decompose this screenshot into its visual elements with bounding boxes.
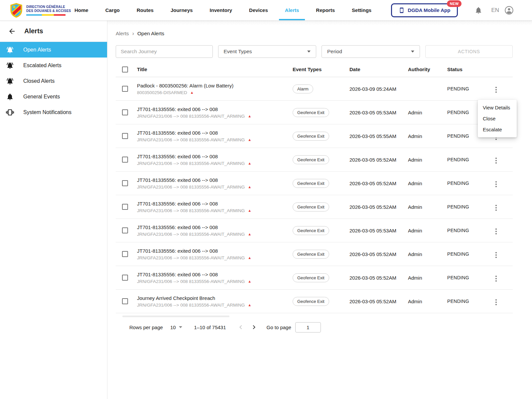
context-menu-item[interactable]: View Details	[478, 102, 517, 113]
account-icon[interactable]	[504, 6, 514, 15]
select-all-checkbox[interactable]	[122, 66, 128, 72]
next-page-button[interactable]	[250, 323, 258, 331]
row-date: 2026-03-05 05:55AM	[346, 133, 404, 139]
table-row[interactable]: Journey Arrived Checkpoint Breach JRN/GF…	[116, 290, 513, 313]
row-menu-button[interactable]	[493, 180, 499, 189]
breadcrumb-separator: ›	[132, 31, 134, 37]
row-checkbox[interactable]	[122, 109, 128, 115]
table-row[interactable]: JT701-81335556: exited 006 --> 008 JRN/G…	[116, 101, 513, 124]
bell-ring-icon	[6, 46, 14, 54]
event-type-chip: Geofence Exit	[293, 226, 329, 235]
row-checkbox[interactable]	[122, 157, 128, 163]
table-row[interactable]: JT701-81335556: exited 006 --> 008 JRN/G…	[116, 148, 513, 172]
row-checkbox[interactable]	[122, 275, 128, 281]
row-menu-button[interactable]	[493, 156, 499, 165]
row-date: 2026-03-05 05:53AM	[346, 228, 404, 233]
horizontal-scrollbar[interactable]	[122, 316, 229, 317]
sidebar-item[interactable]: System Notifications	[0, 104, 107, 120]
search-journey-input[interactable]	[116, 45, 213, 58]
nav-item[interactable]: Home	[68, 0, 94, 20]
row-subtitle-text: JRN/GFA231/006 --> 008 81335556-AWAIT_AR…	[137, 208, 245, 213]
rows-per-page-select[interactable]: 10	[170, 325, 182, 330]
row-checkbox[interactable]	[122, 180, 128, 186]
row-menu-button[interactable]	[493, 227, 499, 236]
context-menu-item[interactable]: Close	[478, 113, 517, 124]
table-row[interactable]: JT701-81335556: exited 006 --> 008 JRN/G…	[116, 266, 513, 290]
warning-triangle-icon: ▲	[248, 280, 251, 283]
go-to-page-input[interactable]	[295, 322, 321, 332]
warning-triangle-icon: ▲	[248, 185, 251, 189]
previous-page-button[interactable]	[237, 323, 245, 331]
row-subtitle: 8003500256-DISARMED ▲	[137, 90, 289, 95]
row-menu-button[interactable]	[493, 298, 499, 307]
event-type-chip: Alarm	[293, 84, 313, 93]
warning-triangle-icon: ▲	[248, 256, 251, 260]
row-status: PENDING	[444, 275, 485, 280]
row-subtitle-text: JRN/GFA231/006 --> 008 81335556-AWAIT_AR…	[137, 114, 245, 119]
row-checkbox[interactable]	[122, 86, 128, 92]
sidebar-item-icon	[6, 62, 14, 69]
sidebar-item-icon	[6, 93, 14, 101]
column-title: Title	[133, 66, 289, 72]
row-checkbox[interactable]	[122, 298, 128, 304]
notifications-bell-icon[interactable]	[474, 6, 482, 14]
row-authority: Admin	[404, 228, 444, 233]
table-row[interactable]: JT701-81335556: exited 006 --> 008 JRN/G…	[116, 242, 513, 266]
table-row[interactable]: JT701-81335556: exited 006 --> 008 JRN/G…	[116, 172, 513, 195]
actions-button[interactable]: ACTIONS	[425, 45, 513, 58]
table-row[interactable]: JT701-81335556: exited 006 --> 008 JRN/G…	[116, 219, 513, 242]
nav-item[interactable]: Alerts	[279, 0, 305, 20]
column-status: Status	[444, 66, 485, 72]
row-subtitle-text: JRN/GFA231/006 --> 008 81335556-AWAIT_AR…	[137, 255, 245, 260]
sidebar-item-label: Escalated Alerts	[23, 63, 62, 68]
row-subtitle-text: JRN/GFA231/006 --> 008 81335556-AWAIT_AR…	[137, 279, 245, 284]
row-menu-button[interactable]	[493, 274, 499, 283]
row-subtitle-text: JRN/GFA231/006 --> 008 81335556-AWAIT_AR…	[137, 185, 245, 190]
row-date: 2026-03-05 05:52AM	[346, 275, 404, 281]
row-checkbox[interactable]	[122, 133, 128, 139]
mobile-app-label: DGDA Mobile App	[408, 7, 450, 13]
sidebar-item[interactable]: General Events	[0, 89, 107, 104]
breadcrumb-current: Open Alerts	[137, 31, 164, 37]
column-event-types: Event Types	[289, 66, 346, 72]
table-row[interactable]: JT701-81335556: exited 006 --> 008 JRN/G…	[116, 124, 513, 148]
dgda-mobile-app-button[interactable]: NEW DGDA Mobile App	[391, 3, 458, 17]
nav-item[interactable]: Devices	[243, 0, 274, 20]
warning-triangle-icon: ▲	[248, 232, 251, 236]
alerts-table: Title Event Types Date Authority Status …	[116, 62, 513, 313]
pagination-range: 1–10 of 75431	[194, 325, 226, 330]
context-menu-item[interactable]: Escalate	[478, 124, 517, 135]
row-checkbox[interactable]	[122, 227, 128, 233]
row-checkbox[interactable]	[122, 251, 128, 257]
nav-item[interactable]: Reports	[310, 0, 341, 20]
row-subtitle: JRN/GFA231/006 --> 008 81335556-AWAIT_AR…	[137, 137, 289, 142]
row-title: JT701-81335556: exited 006 --> 008	[137, 106, 289, 112]
row-subtitle-text: JRN/GFA231/006 --> 008 81335556-AWAIT_AR…	[137, 161, 245, 166]
sidebar-item[interactable]: Open Alerts	[0, 42, 107, 58]
row-menu-button[interactable]	[493, 203, 499, 212]
breadcrumb-parent[interactable]: Alerts	[116, 31, 129, 37]
row-subtitle: JRN/GFA231/006 --> 008 81335556-AWAIT_AR…	[137, 161, 289, 166]
row-date: 2026-03-09 05:24AM	[346, 86, 404, 92]
nav-item[interactable]: Settings	[346, 0, 377, 20]
row-menu-button[interactable]	[493, 250, 499, 260]
sidebar-item[interactable]: Closed Alerts	[0, 73, 107, 89]
event-type-chip: Geofence Exit	[293, 132, 329, 141]
table-row[interactable]: Padlock - 8003500256: Alarm (Low Battery…	[116, 77, 513, 101]
warning-triangle-icon: ▲	[248, 114, 251, 118]
nav-item[interactable]: Routes	[131, 0, 160, 20]
nav-item[interactable]: Cargo	[99, 0, 126, 20]
sidebar-item[interactable]: Escalated Alerts	[0, 58, 107, 73]
event-types-select[interactable]: Event Types	[218, 45, 317, 58]
row-date: 2026-03-05 05:52AM	[346, 157, 404, 163]
period-select[interactable]: Period	[322, 45, 420, 58]
bell-ring-icon	[6, 77, 14, 85]
nav-item[interactable]: Inventory	[204, 0, 238, 20]
row-title: JT701-81335556: exited 006 --> 008	[137, 130, 289, 136]
language-selector[interactable]: EN	[491, 7, 499, 14]
back-button[interactable]	[8, 27, 16, 35]
table-row[interactable]: JT701-81335556: exited 006 --> 008 JRN/G…	[116, 195, 513, 219]
row-menu-button[interactable]	[493, 85, 499, 94]
nav-item[interactable]: Journeys	[165, 0, 199, 20]
row-checkbox[interactable]	[122, 204, 128, 210]
